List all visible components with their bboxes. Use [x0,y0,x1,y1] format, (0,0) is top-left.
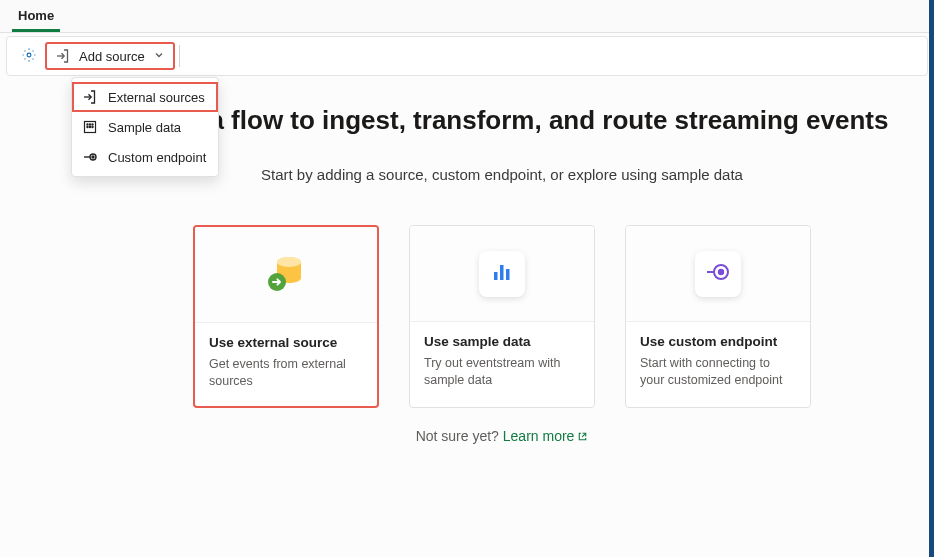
dropdown-item-sample-data[interactable]: Sample data [72,112,218,142]
card-desc: Start with connecting to your customized… [640,355,796,389]
svg-point-0 [27,53,31,57]
card-use-external-source[interactable]: Use external source Get events from exte… [193,225,379,408]
grid-icon [82,119,98,135]
import-icon [55,48,71,64]
chevron-down-icon [153,48,165,64]
external-link-icon [577,429,588,445]
dropdown-item-label: External sources [108,90,205,105]
cards-row: Use external source Get events from exte… [110,225,894,408]
endpoint-icon [704,258,732,289]
tab-home[interactable]: Home [12,0,60,32]
toolbar: Add source External sources [6,36,928,76]
add-source-dropdown: External sources Sample data [71,77,219,177]
footer-text: Not sure yet? Learn more [110,428,894,445]
dropdown-item-label: Sample data [108,120,181,135]
page-subheading: Start by adding a source, custom endpoin… [110,166,894,183]
svg-rect-14 [500,265,504,280]
svg-rect-13 [494,272,498,280]
footer-prefix: Not sure yet? [416,428,503,444]
dropdown-item-label: Custom endpoint [108,150,206,165]
svg-point-17 [719,270,723,274]
svg-point-11 [277,257,301,267]
svg-point-3 [89,124,90,125]
dropdown-item-external-sources[interactable]: External sources [72,82,218,112]
card-use-sample-data[interactable]: Use sample data Try out eventstream with… [409,225,595,408]
svg-point-9 [92,156,94,158]
add-source-button[interactable]: Add source [45,42,175,70]
svg-point-4 [92,124,93,125]
card-title: Use custom endpoint [640,334,796,349]
svg-point-2 [87,124,88,125]
card-illustration [410,226,594,322]
svg-point-6 [89,126,90,127]
bar-chart-icon [489,259,515,288]
import-icon [82,89,98,105]
card-illustration [626,226,810,322]
card-title: Use external source [209,335,363,350]
add-source-label: Add source [79,49,145,64]
database-arrow-icon [259,246,313,303]
tabbar: Home [0,0,934,33]
toolbar-divider [179,45,180,67]
dropdown-item-custom-endpoint[interactable]: Custom endpoint [72,142,218,172]
card-illustration [195,227,377,323]
learn-more-link[interactable]: Learn more [503,428,589,444]
gear-icon [21,47,37,66]
page-heading: Design a flow to ingest, transform, and … [110,105,894,136]
svg-rect-15 [506,269,510,280]
card-desc: Try out eventstream with sample data [424,355,580,389]
window-edge [929,0,934,557]
card-title: Use sample data [424,334,580,349]
svg-point-7 [92,126,93,127]
endpoint-icon [82,149,98,165]
settings-button[interactable] [15,42,43,70]
svg-point-5 [87,126,88,127]
card-desc: Get events from external sources [209,356,363,390]
card-use-custom-endpoint[interactable]: Use custom endpoint Start with connectin… [625,225,811,408]
